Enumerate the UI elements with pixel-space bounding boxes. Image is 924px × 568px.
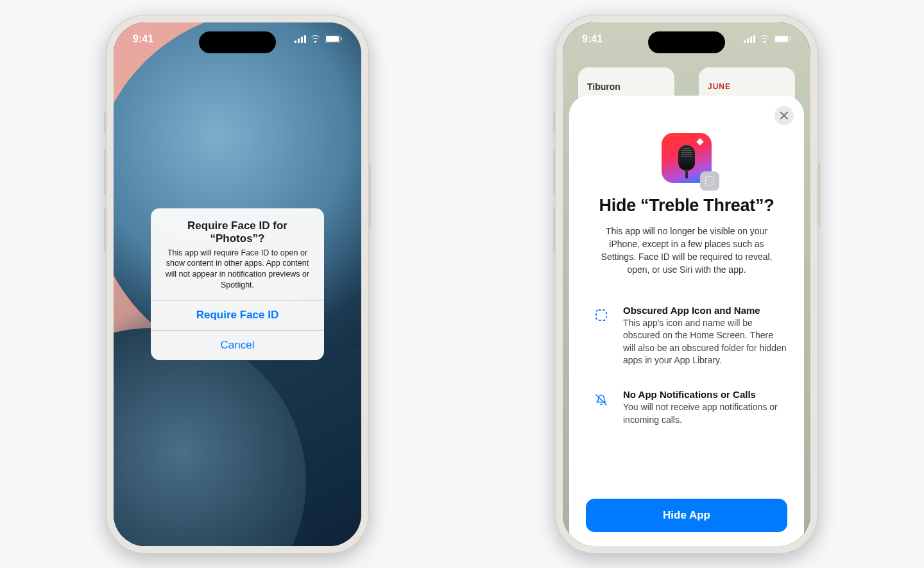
cancel-button[interactable]: Cancel [151, 330, 324, 360]
iphone-frame-left: 9:41 Require Face ID for “Photos”? This … [106, 15, 369, 554]
status-indicators [744, 35, 791, 43]
svg-rect-8 [747, 39, 749, 43]
microphone-icon [678, 145, 695, 171]
wifi-icon [310, 35, 321, 43]
cellular-icon [295, 35, 306, 43]
obscure-badge [700, 171, 719, 191]
svg-rect-3 [304, 35, 306, 43]
alert-message: This app will require Face ID to open or… [161, 248, 314, 291]
hide-app-sheet: Hide “Treble Threat”? This app will no l… [569, 96, 804, 546]
svg-rect-5 [326, 36, 339, 42]
obscure-icon [705, 176, 714, 185]
hide-app-button[interactable]: Hide App [586, 499, 787, 532]
dynamic-island [648, 31, 725, 53]
require-faceid-button[interactable]: Require Face ID [151, 300, 324, 330]
svg-rect-1 [298, 39, 300, 43]
svg-rect-2 [301, 37, 303, 43]
battery-icon [774, 35, 791, 43]
screen-right: Tiburon JUNE 9:41 [563, 22, 810, 546]
svg-rect-6 [341, 37, 342, 40]
weather-location: Tiburon [587, 82, 665, 92]
screen-left: 9:41 Require Face ID for “Photos”? This … [114, 22, 361, 546]
wifi-icon [759, 35, 770, 43]
svg-rect-12 [775, 36, 788, 42]
alert-title: Require Face ID for “Photos”? [161, 219, 314, 245]
svg-rect-7 [744, 40, 746, 43]
obscure-icon [592, 305, 610, 322]
svg-rect-10 [753, 35, 755, 43]
iphone-frame-right: Tiburon JUNE 9:41 [555, 15, 818, 554]
feature-title: Obscured App Icon and Name [623, 305, 787, 316]
status-indicators [295, 35, 342, 43]
svg-line-15 [596, 395, 606, 405]
close-icon [780, 112, 788, 119]
app-icon-wrapper [662, 133, 712, 183]
bell-slash-icon [592, 389, 610, 407]
faceid-alert: Require Face ID for “Photos”? This app w… [151, 208, 324, 361]
sheet-subtitle: This app will no longer be visible on yo… [597, 225, 776, 277]
dynamic-island [199, 31, 276, 53]
svg-rect-9 [750, 37, 752, 43]
feature-list: Obscured App Icon and Name This app's ic… [583, 305, 790, 427]
feature-item: Obscured App Icon and Name This app's ic… [592, 305, 787, 367]
sheet-title: Hide “Treble Threat”? [583, 196, 790, 216]
status-time: 9:41 [133, 33, 153, 45]
svg-rect-14 [596, 310, 606, 320]
feature-desc: This app's icon and name will be obscure… [623, 317, 787, 367]
svg-rect-13 [790, 37, 791, 40]
feature-title: No App Notifications or Calls [623, 389, 787, 400]
feature-item: No App Notifications or Calls You will n… [592, 389, 787, 426]
calendar-month: JUNE [708, 82, 786, 91]
status-time: 9:41 [582, 33, 603, 45]
close-button[interactable] [774, 106, 794, 125]
battery-icon [325, 35, 342, 43]
svg-rect-0 [295, 40, 296, 43]
feature-desc: You will not receive app notifications o… [623, 401, 787, 426]
cellular-icon [744, 35, 755, 43]
